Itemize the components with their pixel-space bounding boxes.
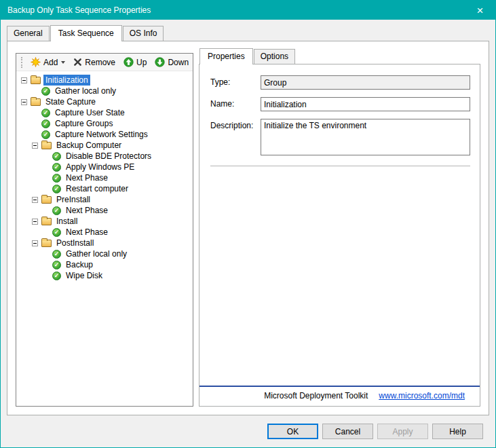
tree-toolbar: Add Remove — [16, 54, 193, 71]
tree-item-capture-network-settings[interactable]: ✓Capture Network Settings — [18, 129, 191, 140]
up-button[interactable]: Up — [119, 55, 151, 69]
step-check-icon: ✓ — [41, 109, 50, 117]
step-check-icon: ✓ — [52, 272, 61, 280]
panel-footer: Microsoft Deployment Toolkit www.microso… — [210, 387, 470, 406]
step-check-icon: ✓ — [52, 152, 61, 161]
cancel-button[interactable]: Cancel — [322, 424, 373, 439]
tree-expander-icon[interactable] — [21, 99, 27, 105]
tab-general[interactable]: General — [7, 26, 50, 41]
ok-button[interactable]: OK — [267, 424, 318, 439]
folder-icon — [41, 218, 52, 225]
tree-item-label: Apply Windows PE — [64, 162, 136, 172]
titlebar: Backup Only Task Sequence Properties × — [1, 1, 495, 20]
tree-item-label: Backup Computer — [54, 140, 123, 151]
tree-item-label: Capture Groups — [53, 118, 115, 129]
step-check-icon: ✓ — [52, 174, 61, 183]
up-arrow-icon — [123, 57, 134, 67]
task-sequence-tab-page: Add Remove — [7, 41, 489, 415]
close-button[interactable]: × — [465, 1, 495, 20]
tree-expander-icon[interactable] — [32, 143, 38, 149]
remove-button-label: Remove — [85, 58, 115, 67]
tree-item-state-capture[interactable]: State Capture — [18, 96, 191, 107]
tree-item-label: Next Phase — [64, 227, 110, 238]
step-check-icon: ✓ — [52, 228, 61, 237]
tree-item-disable-bde-protectors[interactable]: ✓Disable BDE Protectors — [18, 151, 191, 162]
remove-button[interactable]: Remove — [69, 56, 119, 69]
type-label: Type: — [210, 75, 261, 90]
tree-item-gather-local-only[interactable]: ✓Gather local only — [18, 248, 191, 259]
tree-expander-icon[interactable] — [32, 240, 38, 246]
footer-link[interactable]: www.microsoft.com/mdt — [379, 391, 465, 400]
add-button[interactable]: Add — [26, 55, 69, 69]
dialog-window: Backup Only Task Sequence Properties × G… — [0, 0, 496, 448]
step-check-icon: ✓ — [41, 119, 50, 128]
window-title: Backup Only Task Sequence Properties — [7, 5, 465, 15]
tree-item-restart-computer[interactable]: ✓Restart computer — [18, 183, 191, 194]
tab-task-sequence[interactable]: Task Sequence — [50, 25, 122, 41]
tree-item-backup[interactable]: ✓Backup — [18, 259, 191, 270]
type-field-row: Type: — [210, 75, 470, 90]
main-tab-strip: GeneralTask SequenceOS Info — [1, 20, 495, 41]
tree-item-apply-windows-pe[interactable]: ✓Apply Windows PE — [18, 162, 191, 172]
description-field-row: Description: Initialize the TS environme… — [210, 119, 470, 155]
tab-properties[interactable]: Properties — [199, 48, 253, 64]
toolbar-grip[interactable] — [21, 57, 22, 68]
tree-item-gather-local-only[interactable]: ✓Gather local only — [18, 86, 191, 96]
tree-item-label: State Capture — [43, 96, 98, 107]
tab-options[interactable]: Options — [254, 49, 295, 64]
down-arrow-icon — [155, 57, 165, 67]
apply-button[interactable]: Apply — [377, 424, 428, 439]
tree-item-capture-groups[interactable]: ✓Capture Groups — [18, 118, 191, 129]
step-check-icon: ✓ — [52, 261, 61, 269]
panel-spacer — [210, 167, 470, 386]
tree-item-label: Restart computer — [64, 183, 130, 194]
tree-item-label: Next Phase — [64, 172, 110, 183]
tree-item-next-phase[interactable]: ✓Next Phase — [18, 172, 191, 183]
folder-icon — [31, 77, 41, 84]
tree-item-postinstall[interactable]: PostInstall — [18, 238, 191, 248]
tree-item-next-phase[interactable]: ✓Next Phase — [18, 227, 191, 238]
down-button-label: Down — [168, 58, 189, 67]
close-icon: × — [477, 5, 484, 16]
step-check-icon: ✓ — [52, 206, 61, 215]
tree-item-install[interactable]: Install — [18, 216, 191, 227]
folder-icon — [31, 98, 41, 106]
tree-item-label: Gather local only — [64, 248, 129, 259]
tree-expander-icon[interactable] — [32, 197, 38, 203]
tree-item-label: Next Phase — [64, 205, 110, 216]
type-field[interactable] — [261, 75, 470, 90]
tree-item-label: Backup — [64, 259, 95, 270]
step-check-icon: ✓ — [52, 250, 61, 259]
tree-item-label: Capture Network Settings — [53, 129, 150, 140]
tree-item-preinstall[interactable]: PreInstall — [18, 194, 191, 205]
help-button[interactable]: Help — [432, 424, 483, 439]
tree-expander-icon[interactable] — [21, 77, 27, 83]
tree-item-label: Wipe Disk — [64, 270, 104, 281]
tree-item-capture-user-state[interactable]: ✓Capture User State — [18, 107, 191, 118]
up-button-label: Up — [136, 58, 147, 67]
name-field[interactable] — [261, 97, 470, 111]
task-sequence-panel: Add Remove — [16, 53, 193, 407]
tree-item-label: Disable BDE Protectors — [64, 151, 153, 162]
down-button[interactable]: Down — [151, 55, 193, 69]
tree-item-backup-computer[interactable]: Backup Computer — [18, 140, 191, 151]
subtab-strip: PropertiesOptions — [199, 48, 480, 64]
properties-panel: Type: Name: Description: Initialize the … — [199, 64, 480, 407]
tree-item-label: Initialization — [43, 75, 90, 86]
footer-brand-text: Microsoft Deployment Toolkit — [264, 391, 368, 400]
tree-item-next-phase[interactable]: ✓Next Phase — [18, 205, 191, 216]
step-check-icon: ✓ — [41, 130, 50, 139]
tree-item-label: PostInstall — [54, 238, 96, 248]
tree-item-wipe-disk[interactable]: ✓Wipe Disk — [18, 270, 191, 281]
tree-item-label: Install — [54, 216, 79, 227]
folder-icon — [41, 142, 52, 149]
tree-expander-icon[interactable] — [32, 219, 38, 225]
tree-item-initialization[interactable]: Initialization — [18, 75, 191, 86]
description-field[interactable]: Initialize the TS environment — [261, 119, 470, 155]
description-label: Description: — [210, 119, 261, 155]
step-check-icon: ✓ — [52, 163, 61, 172]
step-check-icon: ✓ — [41, 87, 50, 96]
tab-os-info[interactable]: OS Info — [123, 26, 164, 41]
name-label: Name: — [210, 97, 261, 111]
folder-icon — [41, 240, 52, 247]
